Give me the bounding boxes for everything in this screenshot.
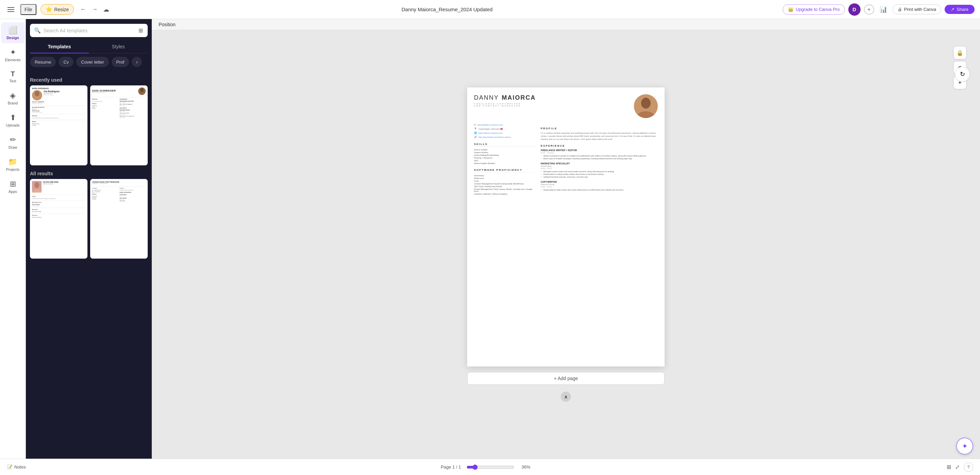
topbar-right: 👑 Upgrade to Canva Pro D + 📊 🖨 Print wit… <box>783 3 975 16</box>
sidebar-item-projects[interactable]: 📁 Projects <box>1 154 25 175</box>
sidebar-item-projects-label: Projects <box>6 167 20 172</box>
job-1-date: 2019 - Present <box>541 152 658 154</box>
file-menu-button[interactable]: File <box>21 4 37 15</box>
magic-ai-button[interactable]: ✦ <box>956 438 973 454</box>
sidebar-item-brand-label: Brand <box>8 101 18 105</box>
user-avatar-button[interactable]: D <box>848 3 861 16</box>
experience-section-title: EXPERIENCE <box>541 144 658 147</box>
page-indicator: Page 1 / 1 <box>441 464 461 470</box>
email-icon: ✉ <box>474 124 476 126</box>
grid-view-button[interactable]: ⊞ <box>945 462 953 472</box>
job-1-bullet-2: Been a part of multiple campaigns requir… <box>541 157 658 160</box>
job-3-date: 2016 - 2018 <box>541 186 658 188</box>
tab-styles[interactable]: Styles <box>89 40 148 53</box>
resume-title-2: AND CONTENT MARKETER <box>474 105 536 107</box>
search-icon: 🔍 <box>34 27 41 34</box>
skills-list: How-to Guides Feature Articles Article E… <box>474 149 535 164</box>
undo-button[interactable]: ← <box>78 4 88 15</box>
elements-icon: ✦ <box>10 48 16 57</box>
tab-templates[interactable]: Templates <box>30 40 89 53</box>
svg-point-5 <box>34 182 39 188</box>
sidebar-item-elements-label: Elements <box>5 58 21 62</box>
add-page-button[interactable]: + Add page <box>467 372 665 385</box>
job-2-company: smartch/psy <box>541 165 658 167</box>
upgrade-button[interactable]: 👑 Upgrade to Canva Pro <box>783 5 845 14</box>
resume-document[interactable]: DANNY MAIORCA FREELANCE COPYWRITER AND C… <box>467 87 665 367</box>
resume-name: DANNY MAIORCA <box>474 94 536 102</box>
refresh-button[interactable]: ↻ <box>955 67 970 82</box>
add-page-area: + Add page <box>467 367 665 390</box>
print-button[interactable]: 🖨 Print with Canva <box>892 5 942 14</box>
template-card-jonathan-patterson[interactable]: JONATHAN PATTERSON GRAPHIC DESIGNER CONT… <box>90 179 148 259</box>
filter-button[interactable]: ⊞ <box>138 27 143 34</box>
chip-cv[interactable]: Cv <box>59 57 73 67</box>
add-collaborator-button[interactable]: + <box>864 5 874 14</box>
template-card-dani-schwaiger[interactable]: DANI SCHWAIGER WEB DEVELOPER PROFILE <box>90 86 148 165</box>
job-2-bullet-1: Managed content output and social media … <box>541 170 658 173</box>
sw-6: Project Management Tools: Asana, Notion,… <box>474 188 535 192</box>
projects-icon: 📁 <box>8 157 18 167</box>
website-icon: 🌐 <box>474 132 477 134</box>
hamburger-button[interactable] <box>5 5 16 14</box>
show-pages-button[interactable]: ∧ <box>561 392 571 402</box>
draw-icon: ✏ <box>10 135 16 144</box>
sidebar-item-uploads-label: Uploads <box>6 123 19 127</box>
template-card-cia-rodriguez[interactable]: WORK EXPERIENCE Cia Rodriguez ART DIRECT… <box>30 86 88 165</box>
template-card-olivia-wilson[interactable]: OLIVIA WILSON GRAPHIC DESIGNER Profile C… <box>30 179 88 259</box>
skill-4: Pitching + Research <box>474 157 535 159</box>
linkedin-icon: 🔗 <box>474 136 477 138</box>
sidebar-item-text-label: Text <box>9 79 16 83</box>
software-list: Grammarly Writer.com Front Content Manag… <box>474 175 535 195</box>
sidebar-item-apps[interactable]: ⊞ Apps <box>1 176 25 197</box>
lock-tool-button[interactable]: 🔒 <box>953 46 966 59</box>
job-3-bullet-1: Responsible for blog content and social … <box>541 189 658 191</box>
contact-email: ✉ danny@danny-maiorca.com <box>474 124 535 126</box>
redo-button[interactable]: → <box>89 4 100 15</box>
sidebar-item-uploads[interactable]: ⬆ Uploads <box>1 110 25 131</box>
help-button[interactable]: ? <box>964 462 973 472</box>
sidebar-item-design-label: Design <box>6 36 19 40</box>
text-icon: T <box>11 70 14 78</box>
resume-right-column: PROFILE I'm a creative-minded copywriter… <box>541 124 658 195</box>
fullscreen-button[interactable]: ⤢ <box>954 462 961 472</box>
recently-used-grid: WORK EXPERIENCE Cia Rodriguez ART DIRECT… <box>30 86 148 165</box>
job-3-company: Paysuhr Group <box>541 183 658 186</box>
chip-cover-letter[interactable]: Cover letter <box>76 57 108 67</box>
zoom-slider[interactable] <box>466 464 514 470</box>
job-2-bullet-2: Responsible for writing weekly articles … <box>541 173 658 175</box>
zoom-controls: 36% <box>466 464 530 470</box>
chip-resume[interactable]: Resume <box>30 57 56 67</box>
sidebar-item-elements[interactable]: ✦ Elements <box>1 44 25 65</box>
chip-prof[interactable]: Prof <box>111 57 129 67</box>
analytics-button[interactable]: 📊 <box>878 4 889 15</box>
notes-label: Notes <box>14 464 26 470</box>
share-button[interactable]: ↗ Share <box>945 5 975 14</box>
svg-point-3 <box>138 92 145 95</box>
main-layout: ⬜ Design ✦ Elements T Text ◈ Brand ⬆ Upl… <box>0 19 980 459</box>
chips-more-button[interactable]: › <box>132 57 142 67</box>
crown-icon: 👑 <box>788 7 794 12</box>
sidebar-item-design[interactable]: ⬜ Design <box>1 22 25 43</box>
sidebar-item-text[interactable]: T Text <box>1 67 25 86</box>
sidebar-item-brand[interactable]: ◈ Brand <box>1 88 25 108</box>
resize-button[interactable]: ⭐ Resize <box>40 4 74 14</box>
sw-2: Writer.com <box>474 177 535 180</box>
search-input[interactable] <box>43 28 135 33</box>
cloud-save-button[interactable]: ☁ <box>101 4 111 15</box>
svg-point-0 <box>35 91 40 96</box>
canvas-wrapper: DANNY MAIORCA FREELANCE COPYWRITER AND C… <box>152 30 980 459</box>
contact-location: 📍 Copenhagen, Denmark 🇩🇰 <box>474 128 535 130</box>
svg-point-8 <box>641 98 651 108</box>
undo-redo-nav: ← → ☁ <box>78 4 111 15</box>
sw-5: SEO Tools: RankIQ and Ahrefs <box>474 186 535 187</box>
sidebar-item-draw[interactable]: ✏ Draw <box>1 132 25 153</box>
brand-icon: ◈ <box>10 91 16 100</box>
profile-section-title: PROFILE <box>541 127 658 130</box>
notes-button[interactable]: 📝 Notes <box>7 464 26 470</box>
upgrade-label: Upgrade to Canva Pro <box>795 7 840 12</box>
svg-point-1 <box>33 96 41 100</box>
page-controls: Page 1 / 1 36% <box>441 464 530 470</box>
view-buttons: ⊞ ⤢ <box>945 462 961 472</box>
resume-first-name: DANNY <box>474 94 499 101</box>
filter-chips: Resume Cv Cover letter Prof › <box>26 53 152 70</box>
